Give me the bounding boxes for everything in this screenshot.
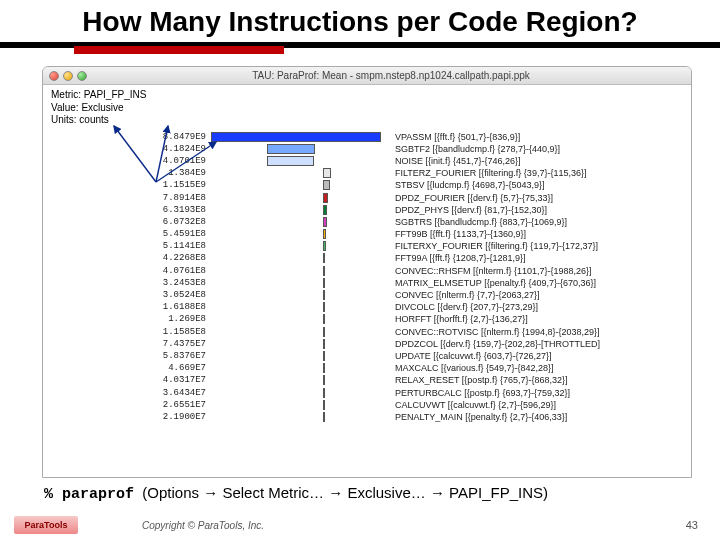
table-row[interactable]: 3.2453E8MATRIX_ELMSETUP [{penalty.f} {40… xyxy=(43,277,691,289)
row-value: 5.4591E8 xyxy=(43,229,211,239)
bar xyxy=(323,168,331,178)
row-value: 4.0761E8 xyxy=(43,266,211,276)
table-row[interactable]: 7.4375E7DPDZCOL [{derv.f} {159,7}-{202,2… xyxy=(43,338,691,350)
table-row[interactable]: 4.2268E8FFT99A [{fft.f} {1208,7}-{1281,9… xyxy=(43,252,691,264)
row-value: 4.1824E9 xyxy=(43,144,211,154)
slide-title: How Many Instructions per Code Region? xyxy=(0,0,720,42)
table-row[interactable]: 1.1585E8CONVEC::ROTVISC [{nlterm.f} {199… xyxy=(43,326,691,338)
row-label: SGBTF2 [{bandludcmp.f} {278,7}-{440,9}] xyxy=(391,144,691,154)
row-label: FILTERZ_FOURIER [{filtering.f} {39,7}-{1… xyxy=(391,168,691,178)
table-row[interactable]: 5.1141E8FILTERXY_FOURIER [{filtering.f} … xyxy=(43,240,691,252)
bar xyxy=(323,241,326,251)
row-value: 1.269E8 xyxy=(43,314,211,324)
zoom-icon[interactable] xyxy=(77,71,87,81)
metric-meta: Metric: PAPI_FP_INS Value: Exclusive Uni… xyxy=(43,85,691,129)
table-row[interactable]: 7.8914E8DPDZ_FOURIER [{derv.f} {5,7}-{75… xyxy=(43,191,691,203)
row-value: 7.4375E7 xyxy=(43,339,211,349)
bar xyxy=(267,156,314,166)
row-value: 1.1585E8 xyxy=(43,327,211,337)
window-caption: TAU: ParaProf: Mean - smpm.nstep8.np1024… xyxy=(97,70,685,81)
window-titlebar: TAU: ParaProf: Mean - smpm.nstep8.np1024… xyxy=(43,67,691,85)
row-label: NOISE [{init.f} {451,7}-{746,26}] xyxy=(391,156,691,166)
table-row[interactable]: 5.8376E7UPDATE [{calcuvwt.f} {603,7}-{72… xyxy=(43,350,691,362)
row-value: 1.6188E8 xyxy=(43,302,211,312)
bar-chart: 8.8479E9VPASSM [{fft.f} {501,7}-{836,9}]… xyxy=(43,129,691,428)
row-label: VPASSM [{fft.f} {501,7}-{836,9}] xyxy=(391,132,691,142)
row-value: 5.8376E7 xyxy=(43,351,211,361)
bar xyxy=(323,217,327,227)
table-row[interactable]: 2.6551E7CALCUVWT [{calcuvwt.f} {2,7}-{59… xyxy=(43,399,691,411)
row-value: 7.8914E8 xyxy=(43,193,211,203)
row-label: FILTERXY_FOURIER [{filtering.f} {119,7}-… xyxy=(391,241,691,251)
table-row[interactable]: 8.8479E9VPASSM [{fft.f} {501,7}-{836,9}] xyxy=(43,131,691,143)
command-line: % paraprof (Options → Select Metric… → E… xyxy=(44,484,680,503)
row-label: PENALTY_MAIN [{penalty.f} {2,7}-{406,33}… xyxy=(391,412,691,422)
row-label: MATRIX_ELMSETUP [{penalty.f} {409,7}-{67… xyxy=(391,278,691,288)
footer: ParaTools Copyright © ParaTools, Inc. 43 xyxy=(0,516,720,534)
row-value: 4.0701E9 xyxy=(43,156,211,166)
value-line: Value: Exclusive xyxy=(51,102,683,115)
bar xyxy=(323,327,325,337)
table-row[interactable]: 2.1900E7PENALTY_MAIN [{penalty.f} {2,7}-… xyxy=(43,411,691,423)
table-row[interactable]: 4.0317E7RELAX_RESET [{postp.f} {765,7}-{… xyxy=(43,374,691,386)
bar xyxy=(323,205,327,215)
bar xyxy=(323,339,325,349)
row-value: 5.1141E8 xyxy=(43,241,211,251)
copyright: Copyright © ParaTools, Inc. xyxy=(142,520,264,531)
bar xyxy=(323,278,325,288)
table-row[interactable]: 4.669E7MAXCALC [{various.f} {549,7}-{842… xyxy=(43,362,691,374)
row-value: 1.1515E9 xyxy=(43,180,211,190)
bar xyxy=(323,388,325,398)
bar xyxy=(323,290,325,300)
bar xyxy=(211,132,381,142)
row-label: STBSV [{ludcmp.f} {4698,7}-{5043,9}] xyxy=(391,180,691,190)
table-row[interactable]: 3.0524E8CONVEC [{nlterm.f} {7,7}-{2063,2… xyxy=(43,289,691,301)
bar xyxy=(323,266,325,276)
table-row[interactable]: 6.3193E8DPDZ_PHYS [{derv.f} {81,7}-{152,… xyxy=(43,204,691,216)
bar xyxy=(323,351,325,361)
row-label: HORFFT [{horfft.f} {2,7}-{136,27}] xyxy=(391,314,691,324)
row-label: MAXCALC [{various.f} {549,7}-{842,28}] xyxy=(391,363,691,373)
row-label: CONVEC::ROTVISC [{nlterm.f} {1994,8}-{20… xyxy=(391,327,691,337)
bar xyxy=(267,144,315,154)
bar xyxy=(323,253,325,263)
bar xyxy=(323,400,325,410)
minimize-icon[interactable] xyxy=(63,71,73,81)
row-label: PERTURBCALC [{postp.f} {693,7}-{759,32}] xyxy=(391,388,691,398)
row-value: 6.3193E8 xyxy=(43,205,211,215)
table-row[interactable]: 5.4591E8FFT99B [{fft.f} {1133,7}-{1360,9… xyxy=(43,228,691,240)
row-label: CONVEC::RHSFM [{nlterm.f} {1101,7}-{1988… xyxy=(391,266,691,276)
table-row[interactable]: 1.6188E8DIVCOLC [{derv.f} {207,7}-{273,2… xyxy=(43,301,691,313)
row-value: 4.2268E8 xyxy=(43,253,211,263)
row-value: 1.384E9 xyxy=(43,168,211,178)
bar xyxy=(323,193,328,203)
row-value: 4.669E7 xyxy=(43,363,211,373)
bar xyxy=(323,302,325,312)
table-row[interactable]: 1.269E8HORFFT [{horfft.f} {2,7}-{136,27}… xyxy=(43,313,691,325)
table-row[interactable]: 1.384E9FILTERZ_FOURIER [{filtering.f} {3… xyxy=(43,167,691,179)
close-icon[interactable] xyxy=(49,71,59,81)
metric-line: Metric: PAPI_FP_INS xyxy=(51,89,683,102)
row-value: 2.1900E7 xyxy=(43,412,211,422)
row-label: DPDZ_PHYS [{derv.f} {81,7}-{152,30}] xyxy=(391,205,691,215)
table-row[interactable]: 4.1824E9SGBTF2 [{bandludcmp.f} {278,7}-{… xyxy=(43,143,691,155)
paratools-logo: ParaTools xyxy=(14,516,78,534)
bar xyxy=(323,375,325,385)
row-label: FFT99B [{fft.f} {1133,7}-{1360,9}] xyxy=(391,229,691,239)
table-row[interactable]: 3.6434E7PERTURBCALC [{postp.f} {693,7}-{… xyxy=(43,386,691,398)
row-value: 8.8479E9 xyxy=(43,132,211,142)
traffic-lights xyxy=(49,71,87,81)
units-line: Units: counts xyxy=(51,114,683,127)
table-row[interactable]: 1.1515E9STBSV [{ludcmp.f} {4698,7}-{5043… xyxy=(43,179,691,191)
row-label: DPDZ_FOURIER [{derv.f} {5,7}-{75,33}] xyxy=(391,193,691,203)
table-row[interactable]: 6.0732E8SGBTRS [{bandludcmp.f} {883,7}-{… xyxy=(43,216,691,228)
table-row[interactable]: 4.0761E8CONVEC::RHSFM [{nlterm.f} {1101,… xyxy=(43,265,691,277)
row-value: 2.6551E7 xyxy=(43,400,211,410)
table-row[interactable]: 4.0701E9NOISE [{init.f} {451,7}-{746,26}… xyxy=(43,155,691,167)
row-value: 3.2453E8 xyxy=(43,278,211,288)
bar xyxy=(323,314,325,324)
bar xyxy=(323,412,325,422)
bar xyxy=(323,229,326,239)
title-accent xyxy=(74,46,284,54)
row-value: 3.6434E7 xyxy=(43,388,211,398)
